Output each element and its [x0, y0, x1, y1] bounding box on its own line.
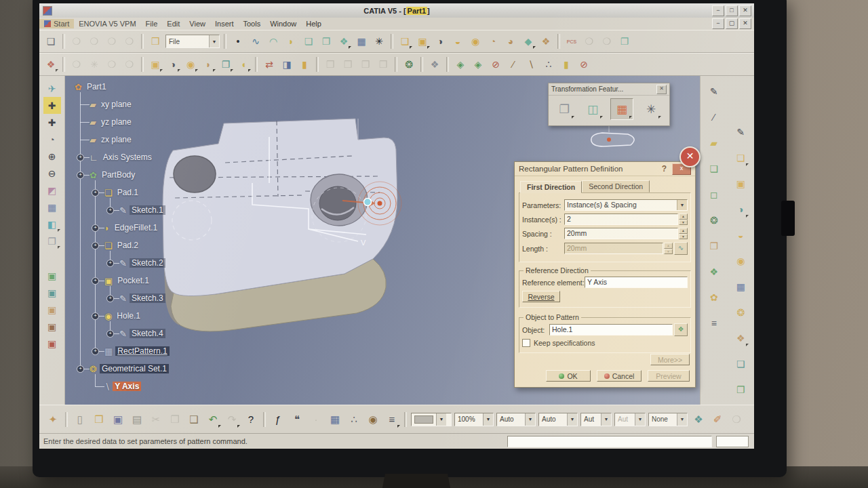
shaft-wb-icon[interactable]: ◑	[732, 201, 749, 218]
formula-icon[interactable]: ƒ	[269, 411, 287, 428]
tree-expand-node[interactable]: +	[92, 242, 99, 249]
open-folder-icon[interactable]: ❒	[147, 33, 163, 49]
paint-knife-icon[interactable]: ❖	[690, 411, 707, 428]
split-icon[interactable]: ◗	[283, 33, 299, 49]
render-style-icon[interactable]: ❐	[43, 232, 61, 249]
vpm-search-icon[interactable]: ❍	[121, 33, 138, 49]
knowledge-chat-icon[interactable]: ❝	[288, 411, 306, 428]
green-body-icon[interactable]: ❖	[705, 263, 723, 281]
rotate-icon[interactable]: ◔	[43, 131, 61, 148]
design-table-icon[interactable]: ▦	[326, 411, 344, 428]
tree-expand-node[interactable]: +	[106, 207, 114, 214]
measure-between-icon[interactable]: ⇄	[261, 56, 277, 73]
dialog-title-bar[interactable]: Rectangular Pattern Definition ? x	[515, 162, 695, 176]
axis-diamond-1-icon[interactable]: ◈	[452, 56, 469, 73]
tree-expand-node[interactable]: +	[106, 260, 114, 267]
redo-icon[interactable]: ↷	[223, 411, 241, 428]
line-type-combo[interactable]: Auto▼	[496, 413, 536, 426]
instances-spinner[interactable]: ▲▼	[679, 214, 688, 225]
analysis-1-icon[interactable]: ❍	[68, 56, 85, 73]
graphic-properties-color-combo[interactable]: ▼	[411, 413, 452, 426]
preview-button[interactable]: Preview	[648, 370, 690, 382]
law-button[interactable]: ∿	[674, 242, 688, 255]
menu-edit[interactable]: Edit	[162, 19, 184, 28]
tree-expand-node[interactable]: +	[106, 295, 114, 302]
fit-all-in-icon[interactable]: ✚	[43, 97, 61, 114]
mirror-icon[interactable]: ◫	[582, 99, 604, 119]
material-tan-icon[interactable]: ▣	[43, 301, 61, 318]
rectangular-pattern-icon[interactable]: ▦	[610, 98, 633, 120]
lock-icon[interactable]: ◉	[364, 411, 382, 428]
save-icon[interactable]: ▣	[109, 411, 127, 428]
dialog-help-icon[interactable]: ?	[662, 164, 672, 174]
tree-expand-node[interactable]: +	[92, 277, 99, 285]
analysis-3-icon[interactable]: ❍	[104, 56, 120, 73]
tree-item-part1[interactable]: ✿Part1	[75, 80, 108, 94]
zoom-level-combo[interactable]: 100%▼	[454, 413, 494, 426]
frame-icon[interactable]: ❍	[599, 33, 615, 49]
cancel-button[interactable]: Cancel	[597, 370, 642, 382]
hidden-1-icon[interactable]: ❒	[322, 56, 338, 73]
iso-box-icon[interactable]: ❐	[616, 33, 633, 49]
translation-icon[interactable]: ❐	[553, 99, 575, 119]
keep-specifications-checkbox[interactable]	[522, 339, 530, 347]
print-icon[interactable]: ▤	[128, 411, 146, 428]
tree-item-y-axis[interactable]: ∖Y Axis	[104, 380, 141, 393]
mass-properties-icon[interactable]: ▮	[296, 56, 313, 73]
plot-icon[interactable]: ❍	[581, 33, 597, 49]
analysis-4-icon[interactable]: ❍	[121, 56, 138, 73]
vpm-save-icon[interactable]: ❍	[68, 33, 85, 49]
rib-icon[interactable]: ◔	[485, 33, 501, 49]
slot-wb-icon[interactable]: ❂	[732, 304, 749, 321]
render-option-combo[interactable]: Aut▼	[614, 413, 646, 426]
instances-field[interactable]: 2	[564, 214, 678, 225]
tree-expand-node[interactable]: +	[92, 224, 99, 232]
hole-icon[interactable]: ◉	[467, 33, 484, 49]
copy-icon[interactable]: ❐	[166, 411, 184, 428]
undo-icon[interactable]: ↶	[204, 411, 222, 428]
tree-item-sketch-1[interactable]: ✎Sketch.1	[119, 203, 165, 217]
swap-visible-space-icon[interactable]: ▣	[43, 284, 61, 301]
zoom-out-icon[interactable]: ⊖	[43, 165, 61, 182]
pocket-wb-icon[interactable]: ▣	[732, 175, 749, 192]
tree-item-zx-plane[interactable]: ▰zx plane	[90, 133, 134, 146]
direction-manipulator[interactable]	[364, 199, 372, 206]
tree-item-axis-systems[interactable]: ∟Axis Systems	[90, 150, 154, 164]
groove-icon[interactable]: ◒	[450, 33, 466, 49]
reverse-button[interactable]: Reverse	[522, 291, 560, 302]
menu-enovia-v5-vpm[interactable]: ENOVIA V5 VPM	[74, 19, 140, 28]
paste-special-icon[interactable]: ❖	[427, 56, 443, 73]
layer-filter-icon[interactable]: ≡	[383, 411, 401, 428]
material-red-icon[interactable]: ▣	[43, 335, 61, 352]
object-selector-icon[interactable]: ❖	[674, 323, 688, 336]
multi-view-icon[interactable]: ▦	[43, 199, 61, 216]
point-style-combo[interactable]: Aut▼	[580, 413, 612, 426]
tree-item-partbody[interactable]: ✿PartBody	[90, 168, 137, 182]
body-stack-icon[interactable]: ≡	[705, 314, 723, 332]
line-weight-combo[interactable]: Auto▼	[538, 413, 578, 426]
power-input[interactable]	[507, 436, 712, 447]
stiffener-wb-icon[interactable]: ❖	[732, 329, 749, 347]
iso-view-icon[interactable]: ◧	[43, 216, 61, 232]
sketcher-icon[interactable]: ✎	[732, 123, 749, 141]
spacing-spinner[interactable]: ▲▼	[679, 228, 688, 239]
file-combo[interactable]: File▼	[165, 35, 220, 48]
select-glove-icon[interactable]: ✦	[44, 411, 62, 428]
more-button[interactable]: More>>	[650, 354, 690, 365]
axis-diamond-2-icon[interactable]: ◈	[470, 56, 486, 73]
line-icon[interactable]: ⁄	[705, 108, 723, 126]
3d-viewport[interactable]: V ✈✚✚◔⊕⊖◩▦◧❐▣▣▣▣▣ ✿Part1▰xy plane▰yz pla…	[39, 76, 754, 405]
menu-tools[interactable]: Tools	[238, 19, 265, 28]
measure-item-icon[interactable]: ◨	[279, 56, 295, 73]
pad-icon[interactable]: ❏	[397, 33, 413, 49]
pan-icon[interactable]: ✚	[43, 114, 61, 131]
pad-wb-icon[interactable]: ❏	[732, 149, 749, 167]
pcs-icon[interactable]: PCS	[564, 33, 580, 49]
spacing-field[interactable]: 20mm	[564, 228, 678, 239]
ok-button[interactable]: OK	[546, 370, 591, 382]
open-icon[interactable]: ❒	[90, 411, 108, 428]
tree-expand-node[interactable]: +	[92, 189, 99, 197]
cut-icon[interactable]: ✂	[147, 411, 165, 428]
ruler-column-icon[interactable]: ▮	[558, 56, 574, 73]
doc-restore-button[interactable]: ▢	[726, 18, 738, 29]
